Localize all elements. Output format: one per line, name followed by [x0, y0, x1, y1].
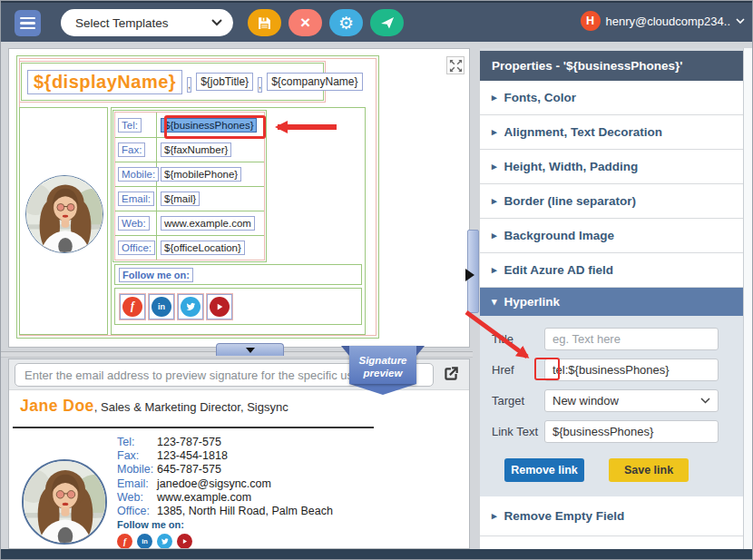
- facebook-icon[interactable]: f: [120, 294, 145, 319]
- send-button[interactable]: [370, 9, 404, 36]
- arrow-down-icon: [246, 348, 255, 353]
- link-text-label: Link Text: [492, 425, 544, 438]
- section-background-image[interactable]: Background Image: [480, 219, 743, 253]
- link-text-input[interactable]: [544, 420, 719, 443]
- table-row: Office: ${officeLocation}: [115, 235, 264, 260]
- follow-me-label[interactable]: Follow me on:: [119, 268, 193, 282]
- close-icon: ×: [300, 13, 310, 33]
- section-edit-azure-ad[interactable]: Edit Azure AD field: [480, 253, 743, 288]
- href-label: Href: [492, 363, 544, 377]
- gear-icon: ⚙: [338, 13, 354, 34]
- chevron-down-icon: [736, 18, 745, 25]
- title-label: Title: [492, 332, 544, 346]
- field-display-name[interactable]: ${displayName}: [27, 70, 182, 94]
- contact-table: Tel: ${businessPhones} Fax: ${faxNumber}…: [114, 112, 265, 260]
- paper-plane-icon: [380, 15, 395, 30]
- target-label: Target: [492, 394, 544, 408]
- preview-photo: [22, 459, 107, 545]
- field-office-location[interactable]: ${officeLocation}: [161, 241, 245, 255]
- user-email: henry@cloudcomp234..: [606, 15, 731, 28]
- comma-separator[interactable]: ,: [187, 77, 191, 93]
- preview-contact-block: Tel:123-787-575 Fax:123-454-1818 Mobile:…: [117, 436, 333, 518]
- follow-row: Follow me on:: [114, 264, 362, 285]
- table-row: Fax: ${faxNumber}: [115, 137, 264, 162]
- properties-header: Properties - '${businessPhones}': [480, 51, 743, 81]
- template-editor-canvas: ${displayName} , ${jobTitle} , ${company…: [8, 48, 470, 348]
- section-fonts-color[interactable]: Fonts, Color: [480, 81, 743, 115]
- field-web-url[interactable]: www.example.com: [161, 216, 255, 231]
- linkedin-icon[interactable]: in: [137, 534, 152, 549]
- field-mail[interactable]: ${mail}: [161, 192, 200, 206]
- user-account-menu[interactable]: H henry@cloudcomp234..: [581, 11, 746, 31]
- field-company-name[interactable]: ${companyName}: [267, 73, 362, 91]
- remove-link-button[interactable]: Remove link: [504, 458, 584, 482]
- section-border[interactable]: Border (line separator): [480, 184, 743, 219]
- fullscreen-icon[interactable]: [446, 56, 465, 74]
- social-icons-row: f in: [114, 288, 362, 325]
- field-mobile-label[interactable]: Mobile:: [118, 167, 159, 182]
- preview-social-icons: f in: [117, 534, 192, 549]
- preview-title: , Sales & Marketing Director, Sigsync: [94, 400, 288, 414]
- field-tel-label[interactable]: Tel:: [118, 118, 142, 133]
- table-row: Tel: ${businessPhones}: [115, 113, 264, 137]
- menu-icon[interactable]: [15, 10, 41, 36]
- user-photo[interactable]: [25, 175, 103, 253]
- field-office-label[interactable]: Office:: [118, 241, 155, 255]
- preview-follow-label: Follow me on:: [117, 519, 184, 530]
- contact-column: Tel: ${businessPhones} Fax: ${faxNumber}…: [111, 107, 366, 335]
- facebook-icon[interactable]: f: [117, 534, 132, 549]
- twitter-icon[interactable]: [157, 534, 172, 549]
- name-row: ${displayName} , ${jobTitle} , ${company…: [19, 61, 326, 103]
- twitter-icon[interactable]: [178, 294, 203, 319]
- title-input[interactable]: [544, 328, 719, 350]
- settings-button[interactable]: ⚙: [329, 9, 363, 36]
- section-hyperlink[interactable]: Hyperlink: [480, 288, 743, 316]
- table-row: Web: www.example.com: [115, 211, 264, 235]
- save-link-button[interactable]: Save link: [609, 458, 689, 482]
- open-external-icon[interactable]: [440, 363, 462, 385]
- chevron-down-icon: [211, 19, 222, 26]
- save-template-button[interactable]: [248, 9, 281, 36]
- youtube-icon[interactable]: [177, 534, 192, 549]
- templates-dropdown-label: Select Templates: [75, 16, 211, 30]
- comma-separator[interactable]: ,: [258, 77, 262, 93]
- table-row: Mobile: ${mobilePhone}: [115, 162, 264, 186]
- top-toolbar: Select Templates × ⚙ H henry@cloudcomp23…: [1, 1, 753, 42]
- signature-editor-app: Select Templates × ⚙ H henry@cloudcomp23…: [0, 0, 753, 560]
- signature-preview-ribbon: Signature preview: [349, 346, 416, 395]
- templates-dropdown[interactable]: Select Templates: [61, 9, 233, 36]
- hyperlink-section-body: Title Href Target New window Link Text: [480, 316, 743, 496]
- properties-panel: Properties - '${businessPhones}' Fonts, …: [480, 48, 752, 549]
- preview-name: Jane Doe: [20, 397, 94, 415]
- href-input[interactable]: [544, 359, 719, 381]
- section-alignment[interactable]: Alignment, Text Decoration: [480, 115, 743, 150]
- field-web-label[interactable]: Web:: [118, 216, 150, 231]
- target-select[interactable]: New window: [544, 389, 719, 412]
- chevron-down-icon: [700, 398, 710, 404]
- arrow-right-icon: [465, 269, 474, 281]
- user-avatar: H: [581, 11, 601, 31]
- table-row: Email: ${mail}: [115, 186, 264, 211]
- youtube-icon[interactable]: [207, 294, 232, 319]
- section-height-width-padding[interactable]: Height, Width, Padding: [480, 150, 743, 184]
- floppy-disk-icon: [257, 15, 272, 31]
- field-fax-label[interactable]: Fax:: [118, 142, 145, 157]
- field-job-title[interactable]: ${jobTitle}: [196, 73, 253, 91]
- field-mobile-phone[interactable]: ${mobilePhone}: [161, 167, 241, 182]
- bottom-bar: [1, 549, 753, 560]
- section-remove-empty-field[interactable]: Remove Empty Field: [480, 496, 743, 536]
- linkedin-icon[interactable]: in: [149, 294, 174, 319]
- field-business-phones[interactable]: ${businessPhones}: [161, 118, 257, 133]
- separator-line: [13, 427, 374, 428]
- collapse-preview-tab[interactable]: [216, 343, 284, 356]
- field-fax-number[interactable]: ${faxNumber}: [161, 142, 231, 157]
- field-email-label[interactable]: Email:: [118, 192, 154, 206]
- photo-column: [19, 107, 108, 335]
- section-remove-add-newline[interactable]: Remove / Add Newline (line break): [480, 536, 743, 549]
- close-button[interactable]: ×: [288, 9, 322, 36]
- preview-name-line: Jane Doe, Sales & Marketing Director, Si…: [20, 397, 288, 416]
- scrollbar-track[interactable]: [743, 48, 752, 549]
- signature-table-frame: ${displayName} , ${jobTitle} , ${company…: [16, 55, 379, 339]
